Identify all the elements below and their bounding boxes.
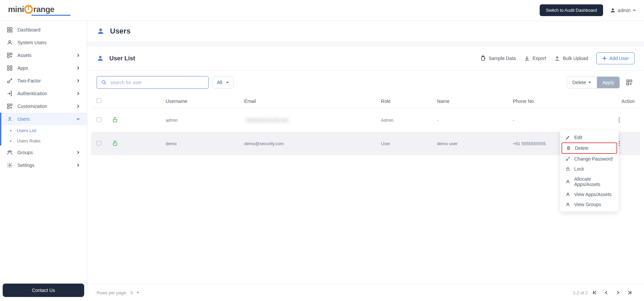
topbar: mini range Switch to Audit Dashboard adm… bbox=[0, 0, 644, 21]
menu-view-apps[interactable]: View Apps/Assets bbox=[561, 189, 617, 199]
row-checkbox[interactable] bbox=[97, 141, 101, 145]
chevron-right-icon bbox=[76, 66, 80, 70]
svg-rect-26 bbox=[113, 119, 117, 122]
search-input[interactable] bbox=[110, 80, 204, 85]
sidebar-item-two-factor[interactable]: Two-Factor bbox=[0, 74, 87, 87]
menu-label: Edit bbox=[574, 135, 582, 140]
sidebar-sub-users-list[interactable]: Users List bbox=[0, 125, 87, 136]
cell-role: Admin bbox=[376, 108, 432, 132]
user-menu[interactable]: admin bbox=[610, 7, 636, 13]
chevron-right-icon bbox=[76, 79, 80, 83]
page-next-button[interactable] bbox=[613, 289, 623, 296]
cell-email: demo@xecurify.com bbox=[239, 132, 376, 155]
filter-dropdown[interactable]: All bbox=[213, 76, 233, 88]
table-row: demo demo@xecurify.com User demo user +9… bbox=[91, 132, 640, 155]
logo-part-mini: mini bbox=[8, 5, 24, 14]
menu-edit[interactable]: Edit bbox=[561, 132, 617, 142]
switch-audit-button[interactable]: Switch to Audit Dashboard bbox=[540, 4, 603, 16]
export-button[interactable]: Export bbox=[524, 55, 546, 61]
menu-lock[interactable]: Lock bbox=[561, 164, 617, 174]
svg-point-37 bbox=[567, 193, 569, 194]
person-icon bbox=[97, 55, 104, 62]
row-action-menu[interactable] bbox=[619, 111, 635, 129]
chevron-right-icon bbox=[76, 104, 80, 108]
bulk-action-select[interactable]: Delete bbox=[567, 77, 597, 88]
bulk-upload-button[interactable]: Bulk Upload bbox=[554, 55, 588, 61]
sidebar-sub-users-roles[interactable]: Users Roles bbox=[0, 136, 87, 146]
rows-per-page-label: Rows per page: bbox=[97, 290, 127, 295]
search-icon bbox=[101, 79, 107, 85]
caret-down-icon[interactable] bbox=[136, 291, 140, 294]
filter-bar: All Delete Apply bbox=[87, 71, 644, 94]
sidebar-item-authentication[interactable]: Authentication bbox=[0, 87, 87, 100]
menu-allocate[interactable]: Allocate Apps/Assets bbox=[561, 174, 617, 189]
action-label: Bulk Upload bbox=[563, 56, 588, 61]
user-label: admin bbox=[618, 8, 631, 13]
cell-name: - bbox=[432, 108, 507, 132]
list-title: User List bbox=[109, 55, 135, 62]
contact-us-button[interactable]: Contact Us bbox=[3, 284, 84, 297]
page-last-button[interactable] bbox=[625, 289, 635, 296]
svg-rect-8 bbox=[7, 56, 9, 58]
menu-change-password[interactable]: Change Password bbox=[561, 154, 617, 164]
apply-button[interactable]: Apply bbox=[597, 77, 620, 88]
settings-icon bbox=[7, 162, 13, 168]
sidebar-item-assets[interactable]: Assets bbox=[0, 49, 87, 62]
unlock-icon bbox=[112, 140, 118, 146]
lock-icon bbox=[566, 167, 570, 171]
sidebar-item-system-users[interactable]: System Users bbox=[0, 36, 87, 49]
page-prev-button[interactable] bbox=[602, 289, 611, 296]
select-all-checkbox[interactable] bbox=[97, 98, 101, 103]
chevron-down-icon bbox=[76, 117, 80, 121]
page-first-button[interactable] bbox=[590, 289, 600, 296]
svg-rect-25 bbox=[627, 83, 629, 85]
sidebar-item-dashboard[interactable]: Dashboard bbox=[0, 23, 87, 36]
sidebar-item-customization[interactable]: Customization bbox=[0, 100, 87, 113]
unlock-icon bbox=[112, 117, 118, 123]
sample-data-button[interactable]: Sample Data bbox=[480, 55, 516, 61]
sidebar: Dashboard System Users Assets Apps Two-F… bbox=[0, 21, 87, 301]
svg-point-33 bbox=[619, 145, 620, 146]
page-range: 1-2 of 2 bbox=[573, 290, 588, 295]
search-box[interactable] bbox=[97, 76, 209, 89]
row-checkbox[interactable] bbox=[97, 117, 101, 122]
trash-icon bbox=[566, 146, 571, 150]
svg-point-27 bbox=[619, 118, 620, 119]
col-phone: Phone No. bbox=[507, 94, 613, 108]
svg-rect-30 bbox=[113, 143, 117, 145]
menu-view-groups[interactable]: View Groups bbox=[561, 199, 617, 209]
svg-rect-23 bbox=[627, 80, 629, 82]
svg-point-22 bbox=[102, 80, 105, 83]
svg-rect-15 bbox=[10, 104, 12, 106]
sidebar-label: Assets bbox=[17, 53, 32, 58]
svg-point-38 bbox=[567, 203, 569, 204]
page-header: Users bbox=[87, 21, 644, 42]
menu-label: Delete bbox=[575, 145, 588, 151]
svg-point-34 bbox=[566, 159, 568, 161]
svg-rect-14 bbox=[7, 104, 9, 106]
add-user-button[interactable]: Add User bbox=[596, 52, 635, 64]
sidebar-label: Authentication bbox=[17, 91, 47, 96]
person-icon bbox=[566, 202, 570, 207]
caret-down-icon bbox=[226, 81, 229, 84]
cell-username: demo bbox=[160, 132, 239, 155]
sidebar-item-apps[interactable]: Apps bbox=[0, 62, 87, 74]
sidebar-label: Two-Factor bbox=[17, 78, 41, 83]
column-settings-button[interactable] bbox=[624, 77, 635, 88]
svg-rect-4 bbox=[10, 31, 12, 32]
menu-delete[interactable]: Delete bbox=[561, 142, 617, 154]
groups-icon bbox=[7, 149, 13, 156]
svg-rect-1 bbox=[7, 27, 9, 29]
row-action-menu[interactable] bbox=[619, 134, 635, 153]
apps-icon bbox=[7, 65, 13, 71]
col-name: Name bbox=[432, 94, 507, 108]
svg-rect-7 bbox=[10, 53, 12, 55]
sidebar-item-groups[interactable]: Groups bbox=[0, 146, 87, 159]
menu-label: View Groups bbox=[574, 202, 601, 207]
bulk-action-label: Delete bbox=[573, 80, 586, 85]
cell-email-hidden: hidden@xecurify.com bbox=[244, 117, 290, 123]
sidebar-item-users[interactable]: Users bbox=[0, 113, 87, 125]
svg-point-31 bbox=[619, 141, 620, 142]
svg-rect-9 bbox=[7, 66, 9, 67]
sidebar-item-settings[interactable]: Settings bbox=[0, 159, 87, 172]
